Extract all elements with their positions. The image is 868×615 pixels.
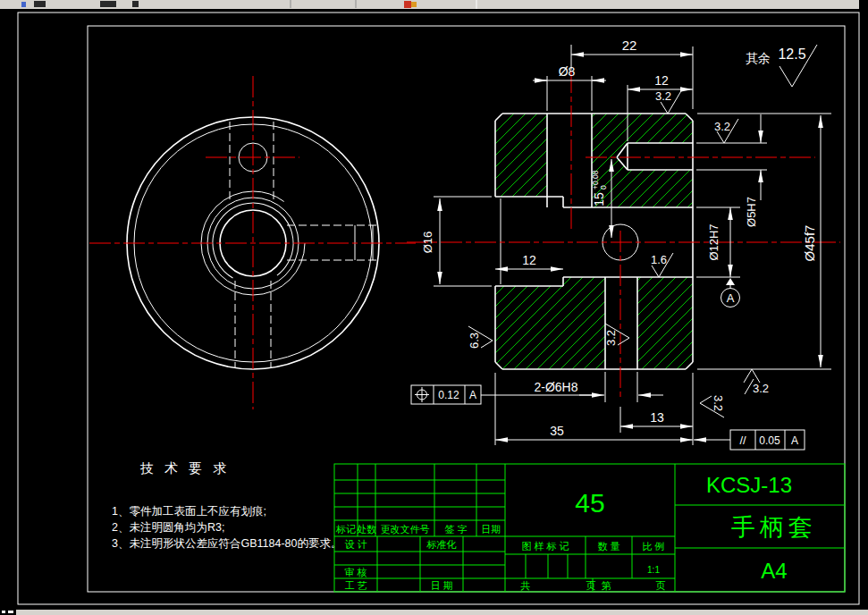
scale-label: 比 例 xyxy=(642,541,664,552)
dim-slot-depth: 12 xyxy=(654,73,669,88)
dim-slot-dia: Ø5H7 xyxy=(745,197,758,227)
dim-pin-holes: 2-Ø6H8 xyxy=(534,380,577,394)
rev-date-label: 日期 xyxy=(481,524,501,535)
sheet-label: 第 xyxy=(602,580,611,591)
roughness-top: 3.2 xyxy=(655,89,671,103)
tech-req-item-3: 3、未注明形状公差应符合GB1184-80的要求。 xyxy=(112,537,341,550)
tech-req-item-1: 1、零件加工表面上不应有划痕; xyxy=(112,505,266,518)
part-name: 手柄套 xyxy=(731,514,817,541)
design-label: 设 计 xyxy=(344,539,367,550)
toolbar-icon-fragment-blue[interactable] xyxy=(21,2,26,7)
sheet-size: A4 xyxy=(761,559,787,583)
roughness-bore: 1.6 xyxy=(651,253,667,266)
toolbar-icon-fragment-red[interactable] xyxy=(404,1,411,8)
dim-pin-offset: 13 xyxy=(650,410,664,425)
cad-canvas: 22 Ø8 12 3.2 其余 12.5 3.2 Ø5H7 Ø45f7 xyxy=(0,0,868,615)
status-glyph xyxy=(8,611,13,613)
fcf-parallel-value: 0.05 xyxy=(759,434,780,447)
process-label: 工 艺 xyxy=(344,580,367,591)
toolbar-icon-fragment-3[interactable] xyxy=(132,1,139,7)
roughness-default-value: 12.5 xyxy=(778,46,805,62)
status-strip xyxy=(2,610,868,615)
dim-bore-dia: Ø12H7 xyxy=(707,223,721,260)
svg-text:15: 15 xyxy=(592,192,606,206)
dim-top-width: 22 xyxy=(622,38,637,53)
fcf-position-value: 0.12 xyxy=(438,389,459,401)
svg-text:0: 0 xyxy=(599,185,608,190)
roughness-bottom: 3.2 xyxy=(753,382,769,395)
total-label: 共 xyxy=(520,580,531,591)
rev-sign-label: 签 字 xyxy=(444,524,467,535)
page-label: 页 xyxy=(586,580,596,591)
qty-label: 数 量 xyxy=(597,541,619,552)
svg-text:6.3: 6.3 xyxy=(468,333,481,349)
fcf-parallel-symbol: // xyxy=(739,434,746,447)
datum-label: A xyxy=(727,291,735,305)
fcf-parallel-datum: A xyxy=(791,434,798,447)
standardization-label: 标准化 xyxy=(426,539,457,550)
rev-mark-label: 标记 xyxy=(335,524,356,535)
dim-hole-dia: Ø8 xyxy=(559,64,576,79)
drawing-number: KCSJ-13 xyxy=(706,473,792,497)
scale-value: 1:1 xyxy=(647,565,660,575)
toolbar-strip[interactable] xyxy=(0,0,859,9)
svg-text:3.2: 3.2 xyxy=(712,395,725,411)
dim-total-length: 35 xyxy=(550,424,564,438)
toolbar-icon-fragment-1[interactable] xyxy=(34,1,46,7)
svg-text:3.2: 3.2 xyxy=(604,330,618,346)
rev-count-label: 处数 xyxy=(357,524,376,535)
material-value: 45 xyxy=(575,488,604,518)
roughness-default-label: 其余 xyxy=(746,51,771,65)
tech-req-item-2: 2、未注明圆角均为R3; xyxy=(112,521,224,534)
date-label: 日 期 xyxy=(430,580,452,591)
tech-req-title: 技 术 要 求 xyxy=(140,460,231,476)
toolbar-icon-fragment-yellow[interactable] xyxy=(411,2,417,7)
page-label-2: 页 xyxy=(656,580,666,591)
dim-cbore-dia: Ø16 xyxy=(421,232,434,254)
roughness-slot: 3.2 xyxy=(714,120,730,133)
audit-label: 审 核 xyxy=(344,567,367,577)
rev-doc-label: 更改文件号 xyxy=(381,524,430,535)
toolbar-icon-fragment-2[interactable] xyxy=(100,1,116,7)
dim-cbore-depth: 12 xyxy=(522,253,536,267)
status-glyph xyxy=(2,611,5,613)
stamp-label: 图 样 标 记 xyxy=(521,541,569,552)
dim-outer-dia: Ø45f7 xyxy=(802,225,817,262)
fcf-position-datum: A xyxy=(469,389,476,401)
